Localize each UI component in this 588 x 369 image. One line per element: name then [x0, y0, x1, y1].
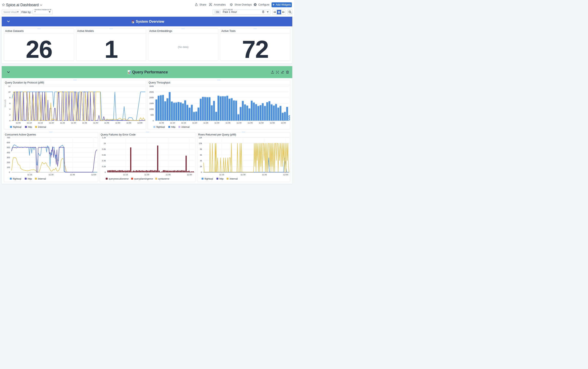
svg-text:0: 0 — [105, 171, 106, 173]
svg-text:internal: internal — [38, 177, 46, 180]
svg-text:100k: 100k — [149, 108, 154, 110]
svg-text:11:10: 11:10 — [27, 122, 32, 124]
svg-text:100: 100 — [7, 166, 10, 168]
svg-text:11:55: 11:55 — [270, 122, 275, 124]
svg-text:syntaxerror: syntaxerror — [158, 177, 170, 180]
svg-text:12k: 12k — [199, 136, 202, 139]
svg-text:11:15: 11:15 — [27, 173, 32, 176]
svg-text:11:45: 11:45 — [262, 173, 267, 176]
svg-text:4: 4 — [10, 108, 10, 110]
svg-text:11:30: 11:30 — [144, 173, 149, 176]
svg-text:400: 400 — [7, 151, 10, 154]
svg-text:2: 2 — [10, 114, 10, 116]
svg-text:11:40: 11:40 — [237, 122, 242, 124]
svg-text:flightsql: flightsql — [13, 177, 21, 180]
svg-text:11:30: 11:30 — [71, 122, 76, 124]
svg-text:http: http — [28, 177, 32, 180]
svg-text:6: 6 — [10, 102, 10, 104]
svg-text:300k: 300k — [149, 85, 154, 87]
svg-text:600: 600 — [7, 141, 10, 144]
svg-text:12:00: 12:00 — [283, 173, 288, 176]
svg-text:11:15: 11:15 — [181, 122, 186, 124]
svg-text:10: 10 — [8, 91, 10, 93]
svg-text:1k: 1k — [103, 142, 106, 144]
svg-text:http: http — [220, 177, 223, 180]
svg-text:12:00: 12:00 — [91, 173, 96, 176]
svg-text:11:15: 11:15 — [38, 122, 43, 124]
svg-text:700: 700 — [7, 136, 10, 139]
svg-text:http: http — [171, 126, 175, 128]
svg-text:0.2k: 0.2k — [102, 165, 106, 168]
svg-text:11:55: 11:55 — [126, 122, 131, 124]
svg-text:11:20: 11:20 — [192, 122, 197, 124]
svg-text:11:05: 11:05 — [159, 122, 164, 124]
svg-text:flightsql: flightsql — [204, 177, 213, 180]
svg-text:11:25: 11:25 — [203, 122, 208, 124]
svg-text:12:00: 12:00 — [137, 122, 142, 124]
svg-text:11:25: 11:25 — [60, 122, 65, 124]
svg-text:200k: 200k — [149, 96, 154, 99]
svg-text:11:50: 11:50 — [115, 122, 120, 124]
svg-text:11:05: 11:05 — [16, 122, 20, 124]
svg-text:11:35: 11:35 — [225, 122, 231, 124]
svg-text:queryexecutionerror: queryexecutionerror — [109, 177, 129, 180]
svg-text:11:35: 11:35 — [82, 122, 87, 124]
svg-text:11:50: 11:50 — [259, 122, 264, 124]
svg-text:11:45: 11:45 — [104, 122, 109, 124]
svg-text:12: 12 — [8, 85, 10, 87]
svg-text:http: http — [28, 126, 32, 128]
svg-text:250k: 250k — [149, 91, 154, 93]
svg-text:12:00: 12:00 — [281, 122, 286, 124]
svg-text:11:40: 11:40 — [93, 122, 98, 124]
svg-text:queryplanningerror: queryplanningerror — [134, 177, 153, 180]
svg-text:50k: 50k — [151, 114, 154, 116]
svg-text:flightsql: flightsql — [13, 126, 21, 128]
svg-text:10k: 10k — [199, 142, 202, 144]
svg-text:0.4k: 0.4k — [102, 159, 106, 162]
svg-text:150k: 150k — [149, 102, 154, 104]
svg-text:11:20: 11:20 — [49, 122, 54, 124]
svg-text:0: 0 — [9, 171, 10, 173]
svg-text:11:30: 11:30 — [241, 173, 245, 176]
svg-text:0.6k: 0.6k — [102, 154, 106, 156]
svg-text:0: 0 — [152, 119, 154, 122]
svg-text:2k: 2k — [200, 165, 202, 168]
svg-text:6k: 6k — [200, 154, 202, 156]
svg-text:11:10: 11:10 — [170, 122, 175, 124]
svg-text:8k: 8k — [200, 148, 202, 150]
svg-text:300: 300 — [7, 156, 10, 159]
svg-text:11:45: 11:45 — [70, 173, 75, 176]
svg-text:flightsql: flightsql — [156, 126, 165, 128]
svg-text:11:15: 11:15 — [123, 173, 128, 176]
svg-text:4k: 4k — [200, 159, 202, 162]
svg-text:11:30: 11:30 — [49, 173, 53, 176]
svg-text:200: 200 — [7, 161, 10, 164]
svg-text:Seconds: Seconds — [4, 99, 6, 107]
svg-text:internal: internal — [182, 126, 190, 128]
svg-text:11:30: 11:30 — [214, 122, 219, 124]
svg-text:11:45: 11:45 — [248, 122, 253, 124]
svg-text:500: 500 — [7, 146, 10, 149]
svg-text:internal: internal — [230, 177, 238, 180]
svg-text:11:45: 11:45 — [166, 173, 171, 176]
svg-text:8: 8 — [10, 96, 10, 99]
svg-text:0: 0 — [10, 119, 10, 122]
svg-text:0.8k: 0.8k — [102, 148, 106, 150]
svg-text:0: 0 — [201, 171, 202, 173]
svg-text:12:00: 12:00 — [187, 173, 192, 176]
svg-text:11:15: 11:15 — [219, 173, 224, 176]
svg-text:internal: internal — [38, 126, 46, 128]
svg-text:1.2k: 1.2k — [102, 136, 106, 139]
